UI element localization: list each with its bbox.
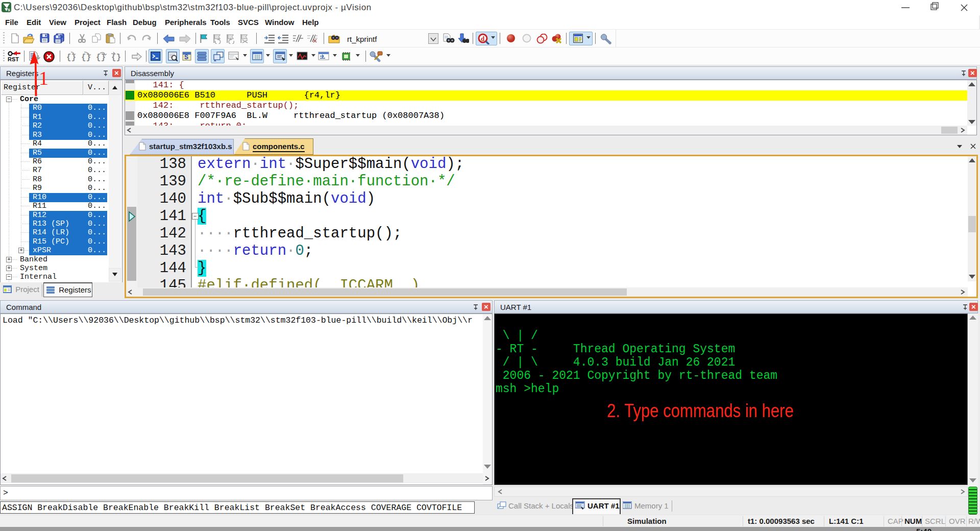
svg-text:{}: {} — [81, 53, 91, 62]
svg-text:S: S — [184, 54, 188, 61]
svg-text:s: s — [8, 7, 10, 12]
svg-text:{}: {} — [111, 53, 121, 62]
svg-text:d: d — [481, 35, 485, 42]
